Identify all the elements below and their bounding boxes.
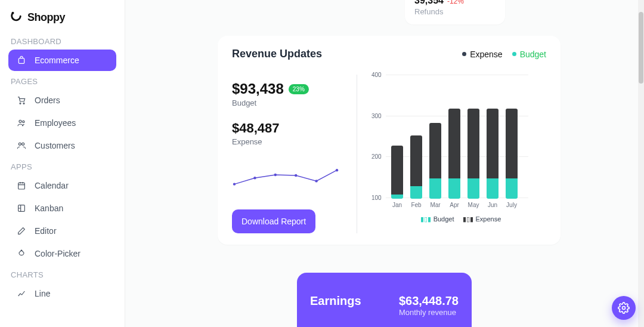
- refunds-value: 39,354: [414, 0, 444, 6]
- svg-point-6: [18, 143, 21, 145]
- svg-point-4: [19, 120, 21, 122]
- settings-button[interactable]: [612, 296, 636, 320]
- line-icon: [17, 289, 26, 298]
- svg-rect-1: [18, 58, 24, 64]
- sidebar-item-ecommerce[interactable]: Ecommerce: [8, 50, 116, 71]
- brand[interactable]: Shoppy: [5, 8, 120, 32]
- vertical-scrollbar[interactable]: [638, 0, 644, 327]
- expense-label: Expense: [232, 137, 345, 146]
- x-tick-label: Jun: [485, 202, 500, 208]
- budget-amount: $93,438: [232, 81, 284, 97]
- y-tick-label: 400: [371, 72, 382, 78]
- x-tick-label: Apr: [447, 202, 462, 208]
- svg-point-3: [23, 103, 24, 104]
- legend-expense: Expense: [462, 50, 502, 59]
- edit-icon: [17, 226, 26, 236]
- svg-point-0: [11, 12, 14, 14]
- logo-icon: [10, 11, 23, 24]
- sidebar-section-title: DASHBOARD: [5, 32, 120, 48]
- sidebar-item-line[interactable]: Line: [8, 283, 116, 304]
- svg-point-10: [233, 183, 236, 185]
- budget-label: Budget: [232, 98, 345, 107]
- bar-column: [391, 76, 403, 199]
- cart-icon: [17, 95, 26, 105]
- sidebar-section-title: APPS: [5, 158, 120, 174]
- sidebar-item-label: Line: [35, 289, 50, 298]
- refunds-card: 39,354 -12% Refunds: [405, 0, 505, 24]
- svg-point-16: [623, 307, 626, 310]
- sidebar-item-calendar[interactable]: Calendar: [8, 175, 116, 196]
- sidebar-item-customers[interactable]: Customers: [8, 135, 116, 156]
- legend-budget: Budget: [512, 50, 546, 59]
- sidebar-item-label: Calendar: [35, 181, 69, 190]
- x-tick-label: Jan: [390, 202, 404, 208]
- main-content: 39,354 -12% Refunds Revenue Updates Expe…: [125, 0, 644, 327]
- sidebar-item-orders[interactable]: Orders: [8, 90, 116, 111]
- stacked-bar-chart: 100200300400 JanFebMarAprMayJunJuly: [388, 75, 528, 209]
- sidebar: Shoppy DASHBOARDEcommercePAGESOrdersEmpl…: [0, 0, 125, 327]
- svg-point-14: [315, 180, 317, 182]
- users-icon: [17, 141, 26, 150]
- revenue-title: Revenue Updates: [232, 48, 322, 60]
- x-tick-label: May: [466, 202, 481, 208]
- board-icon: [17, 203, 26, 213]
- bar-column: [506, 76, 518, 199]
- people-icon: [17, 118, 26, 128]
- revenue-summary: $93,438 23% Budget $48,487 Expense Downl…: [232, 75, 357, 233]
- gear-icon: [618, 302, 630, 314]
- sparkline-chart: [232, 157, 339, 193]
- droplet-icon: [17, 249, 26, 258]
- sidebar-item-label: Ecommerce: [35, 55, 79, 65]
- x-tick-label: July: [504, 202, 519, 208]
- download-report-button[interactable]: Download Report: [232, 209, 315, 233]
- svg-point-13: [295, 174, 297, 177]
- revenue-legend: Expense Budget: [462, 50, 546, 59]
- refunds-label: Refunds: [414, 7, 496, 16]
- sidebar-item-color-picker[interactable]: Color-Picker: [8, 243, 116, 264]
- bar-column: [429, 76, 441, 199]
- svg-point-12: [274, 174, 277, 176]
- earnings-card: Earnings $63,448.78 Monthly revenue: [297, 273, 472, 327]
- sidebar-section-title: PAGES: [5, 72, 120, 88]
- bar-column: [487, 76, 499, 199]
- x-tick-label: Mar: [428, 202, 442, 208]
- svg-point-5: [23, 121, 24, 122]
- calendar-icon: [17, 181, 26, 190]
- bag-icon: [17, 55, 26, 65]
- refunds-delta: -12%: [447, 0, 464, 5]
- sidebar-item-editor[interactable]: Editor: [8, 220, 116, 242]
- earnings-title: Earnings: [310, 294, 361, 308]
- x-tick-label: Feb: [409, 202, 423, 208]
- brand-name: Shoppy: [27, 11, 65, 24]
- bar-chart-legend: ▮▯▮Budget ▮▯▮Expense: [375, 215, 546, 223]
- sidebar-item-label: Kanban: [35, 203, 63, 213]
- svg-rect-8: [18, 183, 25, 189]
- budget-pct-badge: 23%: [289, 84, 309, 94]
- dot-icon: [462, 52, 466, 56]
- sidebar-item-label: Orders: [35, 95, 60, 105]
- sidebar-item-label: Customers: [35, 141, 75, 150]
- svg-point-11: [253, 177, 256, 179]
- y-tick-label: 300: [371, 112, 382, 119]
- svg-point-7: [22, 143, 24, 145]
- dot-icon: [512, 52, 516, 56]
- sidebar-item-kanban[interactable]: Kanban: [8, 198, 116, 219]
- sidebar-section-title: CHARTS: [5, 266, 120, 282]
- bar-column: [467, 76, 479, 199]
- sidebar-item-label: Editor: [35, 226, 57, 236]
- y-tick-label: 100: [371, 195, 382, 201]
- earnings-amount: $63,448.78: [399, 294, 459, 308]
- sidebar-item-label: Employees: [35, 118, 76, 128]
- revenue-card: Revenue Updates Expense Budget $93,438 2…: [218, 36, 561, 245]
- bar-column: [410, 76, 422, 199]
- svg-point-2: [20, 103, 21, 104]
- bar-column: [448, 76, 460, 199]
- y-tick-label: 200: [371, 153, 382, 160]
- expense-amount: $48,487: [232, 121, 345, 136]
- sidebar-item-employees[interactable]: Employees: [8, 112, 116, 134]
- scrollbar-thumb[interactable]: [639, 12, 643, 84]
- svg-point-15: [336, 169, 338, 171]
- sidebar-item-label: Color-Picker: [35, 249, 80, 258]
- earnings-sub: Monthly revenue: [399, 308, 459, 317]
